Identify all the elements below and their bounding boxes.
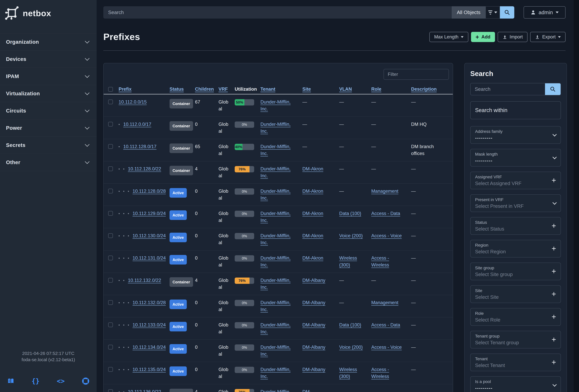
user-menu-button[interactable]: admin <box>524 6 566 19</box>
site-link[interactable]: DM-Akron <box>302 255 323 261</box>
sidebar-item-secrets[interactable]: Secrets <box>0 137 97 154</box>
site-link[interactable]: DM-Albany <box>302 278 325 283</box>
site-link[interactable]: DM-Akron <box>302 233 323 238</box>
row-checkbox[interactable] <box>108 166 113 171</box>
site-link[interactable]: DM-Akron <box>302 188 323 194</box>
select-all-checkbox[interactable] <box>108 87 113 92</box>
search-filter-dropdown-button[interactable] <box>486 6 500 19</box>
role-link[interactable]: Access - Wireless <box>371 367 389 379</box>
row-checkbox[interactable] <box>108 345 113 349</box>
filter-field-tenant[interactable]: TenantSelect Tenant+ <box>470 354 561 371</box>
sidebar-item-organization[interactable]: Organization <box>0 33 97 51</box>
vlan-link[interactable]: Data (100) <box>339 322 361 328</box>
sidebar-item-virtualization[interactable]: Virtualization <box>0 85 97 102</box>
row-checkbox[interactable] <box>108 122 113 127</box>
row-checkbox[interactable] <box>108 389 113 392</box>
code-icon[interactable]: <> <box>57 377 65 385</box>
tenant-link[interactable]: Dunder-Mifflin, Inc. <box>260 99 290 112</box>
prefix-link[interactable]: 10.112.133.0/24 <box>133 322 166 329</box>
import-button[interactable]: Import <box>498 32 528 42</box>
site-link[interactable]: DM-Albany <box>302 344 325 350</box>
tenant-link[interactable]: Dunder-Mifflin, Inc. <box>260 211 290 223</box>
docs-book-icon[interactable] <box>7 378 14 385</box>
sidebar-item-circuits[interactable]: Circuits <box>0 102 97 119</box>
api-braces-icon[interactable]: {} <box>32 377 40 385</box>
vlan-link[interactable]: Voice (200) <box>339 344 363 350</box>
prefix-link[interactable]: 10.112.0.0/17 <box>123 121 151 128</box>
tenant-link[interactable]: Dunder-Mifflin, Inc. <box>260 367 290 379</box>
global-search-input[interactable] <box>103 6 452 19</box>
tenant-link[interactable]: Dunder-Mifflin, Inc. <box>260 144 290 156</box>
tenant-link[interactable]: Dunder-Mifflin, Inc. <box>260 233 290 245</box>
filter-field-mask-length[interactable]: Mask length--------- <box>470 149 561 167</box>
prefix-link[interactable]: 10.112.132.0/28 <box>133 299 166 306</box>
site-link[interactable]: DM-Albany <box>302 367 325 372</box>
column-header-site[interactable]: Site <box>302 86 339 92</box>
row-checkbox[interactable] <box>108 189 113 193</box>
column-header-children[interactable]: Children <box>195 86 218 92</box>
add-button[interactable]: + Add <box>471 32 495 42</box>
column-header-description[interactable]: Description <box>411 86 453 92</box>
filter-field-site-group[interactable]: Site groupSelect Site group+ <box>470 263 561 280</box>
prefix-link[interactable]: 10.112.130.0/24 <box>133 232 166 239</box>
sidebar-item-other[interactable]: Other <box>0 154 97 171</box>
site-link[interactable]: DM-Binghamton <box>302 389 327 392</box>
filter-field-present-in-vrf[interactable]: Present in VRFSelect Present in VRF <box>470 194 561 212</box>
vlan-link[interactable]: Wireless (300) <box>339 255 357 268</box>
brand[interactable]: netbox <box>0 0 97 26</box>
prefix-link[interactable]: 10.112.0.0/15 <box>119 99 147 106</box>
support-lifebuoy-icon[interactable] <box>82 377 89 385</box>
prefix-link[interactable]: 10.112.129.0/24 <box>133 210 166 217</box>
filter-field-assigned-vrf[interactable]: Assigned VRFSelect Assigned VRF+ <box>470 172 561 189</box>
role-link[interactable]: Access - Wireless <box>371 255 389 268</box>
sidebar-item-power[interactable]: Power <box>0 119 97 137</box>
role-link[interactable]: Access - Data <box>371 211 400 216</box>
filter-field-region[interactable]: RegionSelect Region+ <box>470 240 561 258</box>
row-checkbox[interactable] <box>108 211 113 216</box>
prefix-link[interactable]: 10.112.128.0/22 <box>128 166 161 172</box>
role-link[interactable]: Access - Voice <box>371 233 402 238</box>
scrollbar[interactable] <box>574 0 579 392</box>
row-checkbox[interactable] <box>108 278 113 283</box>
prefix-link[interactable]: 10.112.134.0/24 <box>133 344 166 351</box>
prefix-link[interactable]: 10.112.132.0/22 <box>128 277 161 284</box>
row-checkbox[interactable] <box>108 100 113 104</box>
row-checkbox[interactable] <box>108 322 113 327</box>
filter-field-is-a-pool[interactable]: Is a pool--------- <box>470 376 561 392</box>
role-link[interactable]: Management <box>371 188 398 194</box>
tenant-link[interactable]: Dunder-Mifflin, Inc. <box>260 166 290 178</box>
column-header-role[interactable]: Role <box>371 86 411 92</box>
tenant-link[interactable]: Dunder-Mifflin, Inc. <box>260 344 290 357</box>
vlan-link[interactable]: Voice (200) <box>339 233 363 238</box>
row-checkbox[interactable] <box>108 233 113 238</box>
tenant-link[interactable]: Dunder-Mifflin, Inc. <box>260 389 290 392</box>
tenant-link[interactable]: Dunder-Mifflin, Inc. <box>260 255 290 268</box>
table-filter-input[interactable] <box>384 69 449 79</box>
column-header-status[interactable]: Status <box>169 86 195 92</box>
filter-field-site[interactable]: SiteSelect Site+ <box>470 285 561 303</box>
column-header-vlan[interactable]: VLAN <box>339 86 371 92</box>
site-link[interactable]: DM-Akron <box>302 166 323 171</box>
prefix-link[interactable]: 10.112.135.0/24 <box>133 366 166 373</box>
column-header-prefix[interactable]: Prefix <box>119 86 169 92</box>
search-within-field[interactable]: Search within <box>470 101 561 119</box>
panel-search-input[interactable] <box>471 83 545 95</box>
export-button[interactable]: Export <box>530 32 566 42</box>
column-header-vrf[interactable]: VRF <box>218 86 235 92</box>
role-link[interactable]: Access - Data <box>371 322 400 328</box>
vlan-link[interactable]: Data (100) <box>339 211 361 216</box>
prefix-link[interactable]: 10.112.136.0/22 <box>128 389 161 392</box>
column-header-tenant[interactable]: Tenant <box>260 86 302 92</box>
row-checkbox[interactable] <box>108 300 113 305</box>
prefix-link[interactable]: 10.112.131.0/24 <box>133 255 166 262</box>
filter-field-role[interactable]: RoleSelect Role+ <box>470 308 561 326</box>
filter-field-tenant-group[interactable]: Tenant groupSelect Tenant group+ <box>470 331 561 348</box>
tenant-link[interactable]: Dunder-Mifflin, Inc. <box>260 300 290 312</box>
tenant-link[interactable]: Dunder-Mifflin, Inc. <box>260 122 290 134</box>
filter-field-address-family[interactable]: Address family--------- <box>470 126 561 144</box>
tenant-link[interactable]: Dunder-Mifflin, Inc. <box>260 322 290 335</box>
tenant-link[interactable]: Dunder-Mifflin, Inc. <box>260 278 290 290</box>
vlan-link[interactable]: Wireless (300) <box>339 367 357 379</box>
sidebar-item-devices[interactable]: Devices <box>0 51 97 68</box>
panel-search-button[interactable] <box>545 83 561 95</box>
